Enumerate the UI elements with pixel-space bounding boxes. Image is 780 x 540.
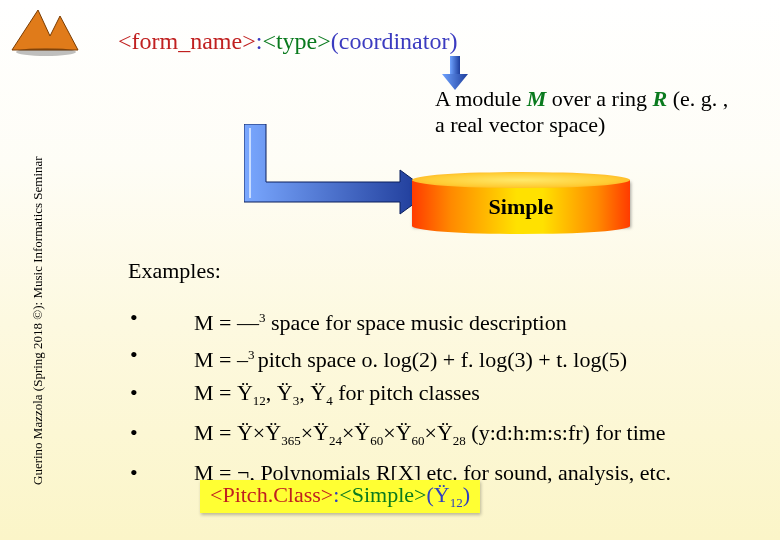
- list-item: •M = Ÿ×Ÿ365×Ÿ24×Ÿ60×Ÿ60×Ÿ28 (y:d:h:m:s:f…: [130, 417, 750, 457]
- l-arrow-icon: [244, 124, 434, 224]
- svg-point-0: [16, 48, 76, 56]
- text: over a ring: [546, 86, 652, 111]
- list-item: •M = —3 space for space music descriptio…: [130, 302, 750, 339]
- slide-footer: Guerino Mazzola (Spring 2018 ©): Music I…: [30, 156, 46, 485]
- bullet: •: [130, 457, 194, 489]
- svg-rect-1: [450, 56, 460, 74]
- list-item: •M = –3 pitch space o. log(2) + f. log(3…: [130, 339, 750, 376]
- list-item-text: M = –3 pitch space o. log(2) + f. log(3)…: [194, 339, 627, 376]
- logo-icon: [10, 6, 82, 58]
- bullet: •: [130, 339, 194, 376]
- list-item: •M = Ÿ12, Ÿ3, Ÿ4 for pitch classes: [130, 377, 750, 417]
- examples-list: •M = —3 space for space music descriptio…: [130, 302, 750, 489]
- list-item-text: M = —3 space for space music description: [194, 302, 567, 339]
- examples-heading: Examples:: [128, 258, 221, 284]
- text: A module: [435, 86, 527, 111]
- bullet: •: [130, 302, 194, 339]
- module-symbol: M: [527, 86, 547, 111]
- slide-title: <form_name>:<type>(coordinator): [118, 28, 457, 55]
- simple-cylinder: Simple: [412, 172, 630, 234]
- list-item-text: M = Ÿ×Ÿ365×Ÿ24×Ÿ60×Ÿ60×Ÿ28 (y:d:h:m:s:fr…: [194, 417, 666, 457]
- cylinder-label: Simple: [412, 194, 630, 220]
- bullet: •: [130, 377, 194, 417]
- list-item-text: M = Ÿ12, Ÿ3, Ÿ4 for pitch classes: [194, 377, 480, 417]
- bullet: •: [130, 417, 194, 457]
- ring-symbol: R: [653, 86, 668, 111]
- module-definition: A module M over a ring R (e. g. , a real…: [435, 86, 740, 138]
- pitch-class-example: <Pitch.Class>:<Simple>(Ÿ12): [200, 480, 480, 513]
